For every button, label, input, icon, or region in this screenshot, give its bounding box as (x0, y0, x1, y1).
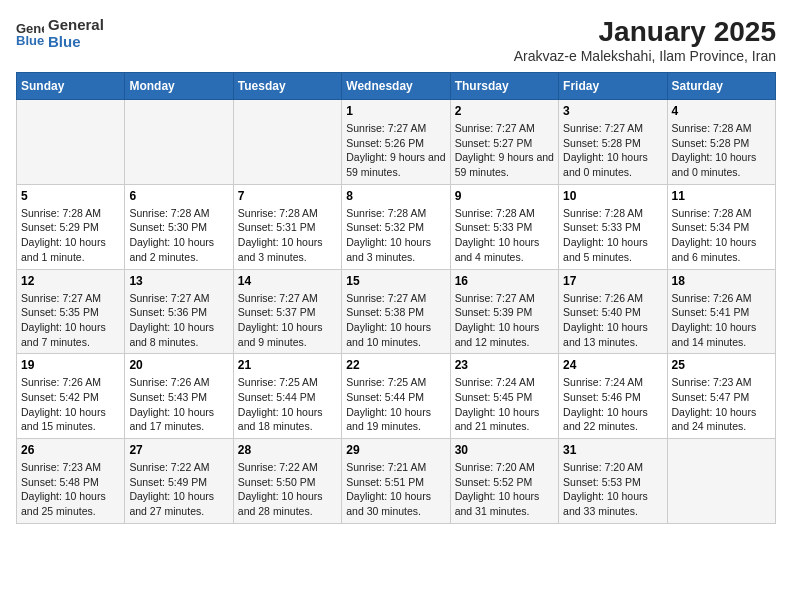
logo-general: General (48, 16, 104, 33)
day-number: 26 (21, 443, 120, 457)
day-info: Sunrise: 7:27 AMSunset: 5:35 PMDaylight:… (21, 291, 120, 350)
day-info: Sunrise: 7:23 AMSunset: 5:47 PMDaylight:… (672, 375, 771, 434)
calendar-cell: 26Sunrise: 7:23 AMSunset: 5:48 PMDayligh… (17, 439, 125, 524)
day-number: 16 (455, 274, 554, 288)
calendar-cell: 18Sunrise: 7:26 AMSunset: 5:41 PMDayligh… (667, 269, 775, 354)
logo-blue: Blue (48, 33, 104, 50)
calendar-cell (667, 439, 775, 524)
week-row-2: 5Sunrise: 7:28 AMSunset: 5:29 PMDaylight… (17, 184, 776, 269)
calendar-cell: 5Sunrise: 7:28 AMSunset: 5:29 PMDaylight… (17, 184, 125, 269)
week-row-1: 1Sunrise: 7:27 AMSunset: 5:26 PMDaylight… (17, 100, 776, 185)
day-number: 14 (238, 274, 337, 288)
day-number: 22 (346, 358, 445, 372)
day-info: Sunrise: 7:27 AMSunset: 5:38 PMDaylight:… (346, 291, 445, 350)
calendar-cell: 29Sunrise: 7:21 AMSunset: 5:51 PMDayligh… (342, 439, 450, 524)
day-number: 23 (455, 358, 554, 372)
day-info: Sunrise: 7:24 AMSunset: 5:45 PMDaylight:… (455, 375, 554, 434)
day-number: 6 (129, 189, 228, 203)
calendar-cell (125, 100, 233, 185)
calendar-cell: 7Sunrise: 7:28 AMSunset: 5:31 PMDaylight… (233, 184, 341, 269)
calendar-cell: 6Sunrise: 7:28 AMSunset: 5:30 PMDaylight… (125, 184, 233, 269)
day-number: 15 (346, 274, 445, 288)
page-subtitle: Arakvaz-e Malekshahi, Ilam Province, Ira… (514, 48, 776, 64)
calendar-cell: 3Sunrise: 7:27 AMSunset: 5:28 PMDaylight… (559, 100, 667, 185)
day-info: Sunrise: 7:28 AMSunset: 5:33 PMDaylight:… (455, 206, 554, 265)
calendar-cell: 4Sunrise: 7:28 AMSunset: 5:28 PMDaylight… (667, 100, 775, 185)
day-number: 27 (129, 443, 228, 457)
week-row-4: 19Sunrise: 7:26 AMSunset: 5:42 PMDayligh… (17, 354, 776, 439)
day-number: 4 (672, 104, 771, 118)
calendar-cell: 30Sunrise: 7:20 AMSunset: 5:52 PMDayligh… (450, 439, 558, 524)
day-info: Sunrise: 7:20 AMSunset: 5:52 PMDaylight:… (455, 460, 554, 519)
day-info: Sunrise: 7:23 AMSunset: 5:48 PMDaylight:… (21, 460, 120, 519)
calendar-cell: 17Sunrise: 7:26 AMSunset: 5:40 PMDayligh… (559, 269, 667, 354)
day-number: 1 (346, 104, 445, 118)
day-info: Sunrise: 7:26 AMSunset: 5:42 PMDaylight:… (21, 375, 120, 434)
calendar-cell: 31Sunrise: 7:20 AMSunset: 5:53 PMDayligh… (559, 439, 667, 524)
day-number: 28 (238, 443, 337, 457)
day-info: Sunrise: 7:22 AMSunset: 5:49 PMDaylight:… (129, 460, 228, 519)
day-header-sunday: Sunday (17, 73, 125, 100)
day-number: 13 (129, 274, 228, 288)
day-info: Sunrise: 7:27 AMSunset: 5:39 PMDaylight:… (455, 291, 554, 350)
calendar-cell: 15Sunrise: 7:27 AMSunset: 5:38 PMDayligh… (342, 269, 450, 354)
day-header-wednesday: Wednesday (342, 73, 450, 100)
day-number: 18 (672, 274, 771, 288)
day-info: Sunrise: 7:28 AMSunset: 5:31 PMDaylight:… (238, 206, 337, 265)
calendar-cell: 11Sunrise: 7:28 AMSunset: 5:34 PMDayligh… (667, 184, 775, 269)
calendar-cell: 24Sunrise: 7:24 AMSunset: 5:46 PMDayligh… (559, 354, 667, 439)
calendar-cell: 21Sunrise: 7:25 AMSunset: 5:44 PMDayligh… (233, 354, 341, 439)
day-info: Sunrise: 7:28 AMSunset: 5:32 PMDaylight:… (346, 206, 445, 265)
day-header-thursday: Thursday (450, 73, 558, 100)
calendar-cell (233, 100, 341, 185)
day-info: Sunrise: 7:28 AMSunset: 5:30 PMDaylight:… (129, 206, 228, 265)
calendar-cell: 9Sunrise: 7:28 AMSunset: 5:33 PMDaylight… (450, 184, 558, 269)
day-number: 19 (21, 358, 120, 372)
day-number: 17 (563, 274, 662, 288)
day-number: 24 (563, 358, 662, 372)
day-number: 29 (346, 443, 445, 457)
day-info: Sunrise: 7:27 AMSunset: 5:28 PMDaylight:… (563, 121, 662, 180)
calendar-cell: 27Sunrise: 7:22 AMSunset: 5:49 PMDayligh… (125, 439, 233, 524)
day-info: Sunrise: 7:27 AMSunset: 5:36 PMDaylight:… (129, 291, 228, 350)
calendar-cell: 1Sunrise: 7:27 AMSunset: 5:26 PMDaylight… (342, 100, 450, 185)
page-title: January 2025 (514, 16, 776, 48)
logo-icon: General Blue (16, 19, 44, 47)
calendar-cell: 16Sunrise: 7:27 AMSunset: 5:39 PMDayligh… (450, 269, 558, 354)
day-number: 30 (455, 443, 554, 457)
calendar-cell: 23Sunrise: 7:24 AMSunset: 5:45 PMDayligh… (450, 354, 558, 439)
svg-text:Blue: Blue (16, 33, 44, 47)
day-info: Sunrise: 7:28 AMSunset: 5:33 PMDaylight:… (563, 206, 662, 265)
day-info: Sunrise: 7:27 AMSunset: 5:26 PMDaylight:… (346, 121, 445, 180)
day-headers-row: SundayMondayTuesdayWednesdayThursdayFrid… (17, 73, 776, 100)
day-number: 3 (563, 104, 662, 118)
calendar-cell: 12Sunrise: 7:27 AMSunset: 5:35 PMDayligh… (17, 269, 125, 354)
logo: General Blue General Blue (16, 16, 104, 50)
day-info: Sunrise: 7:26 AMSunset: 5:43 PMDaylight:… (129, 375, 228, 434)
day-number: 8 (346, 189, 445, 203)
day-number: 9 (455, 189, 554, 203)
calendar-table: SundayMondayTuesdayWednesdayThursdayFrid… (16, 72, 776, 524)
day-header-friday: Friday (559, 73, 667, 100)
day-info: Sunrise: 7:24 AMSunset: 5:46 PMDaylight:… (563, 375, 662, 434)
calendar-cell: 20Sunrise: 7:26 AMSunset: 5:43 PMDayligh… (125, 354, 233, 439)
title-block: January 2025 Arakvaz-e Malekshahi, Ilam … (514, 16, 776, 64)
day-header-tuesday: Tuesday (233, 73, 341, 100)
day-number: 2 (455, 104, 554, 118)
day-info: Sunrise: 7:27 AMSunset: 5:37 PMDaylight:… (238, 291, 337, 350)
day-number: 21 (238, 358, 337, 372)
day-info: Sunrise: 7:25 AMSunset: 5:44 PMDaylight:… (238, 375, 337, 434)
day-number: 7 (238, 189, 337, 203)
calendar-cell: 14Sunrise: 7:27 AMSunset: 5:37 PMDayligh… (233, 269, 341, 354)
day-info: Sunrise: 7:28 AMSunset: 5:34 PMDaylight:… (672, 206, 771, 265)
day-info: Sunrise: 7:25 AMSunset: 5:44 PMDaylight:… (346, 375, 445, 434)
day-number: 25 (672, 358, 771, 372)
calendar-cell: 10Sunrise: 7:28 AMSunset: 5:33 PMDayligh… (559, 184, 667, 269)
calendar-cell: 13Sunrise: 7:27 AMSunset: 5:36 PMDayligh… (125, 269, 233, 354)
calendar-cell: 2Sunrise: 7:27 AMSunset: 5:27 PMDaylight… (450, 100, 558, 185)
day-info: Sunrise: 7:26 AMSunset: 5:40 PMDaylight:… (563, 291, 662, 350)
day-number: 31 (563, 443, 662, 457)
day-info: Sunrise: 7:28 AMSunset: 5:28 PMDaylight:… (672, 121, 771, 180)
calendar-cell: 28Sunrise: 7:22 AMSunset: 5:50 PMDayligh… (233, 439, 341, 524)
day-info: Sunrise: 7:27 AMSunset: 5:27 PMDaylight:… (455, 121, 554, 180)
